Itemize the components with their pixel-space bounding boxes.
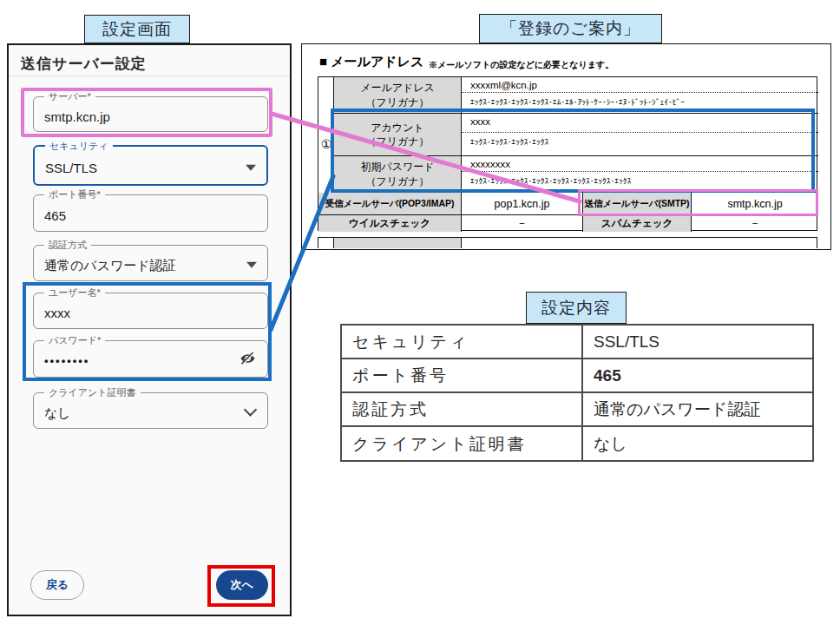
client-cert-label: クライアント証明書 <box>44 386 141 399</box>
guide-row-value: xxxxml@kcn.jp ｴｯｸｽ･ｴｯｸｽ･ｴｯｸｽ･ｴｯｸｽ･ｴﾑ･ｴﾙ･… <box>462 77 818 114</box>
auth-method-select[interactable]: 認証方式 通常のパスワード認証 <box>33 245 268 281</box>
security-select-label: セキュリティ <box>45 140 113 153</box>
guide-table-truncated <box>318 237 817 248</box>
guide-row-label: 初期パスワード （フリガナ） <box>334 156 462 193</box>
summary-row: 認証方式 通常のパスワード認証 <box>342 393 812 427</box>
username-field[interactable]: ユーザー名* xxxx <box>33 293 268 329</box>
guide-row-value: xxxx ｴｯｸｽ･ｴｯｸｽ･ｴｯｸｽ･ｴｯｸｽ <box>462 114 818 156</box>
guide-row-label: アカウント （フリガナ） <box>334 114 462 156</box>
guide-row-label: メールアドレス （フリガナ） <box>334 77 462 114</box>
settings-screen-chip: 設定画面 <box>84 15 190 43</box>
password-field-value: •••••••• <box>44 354 89 367</box>
port-field[interactable]: ポート番号* 465 <box>33 194 268 232</box>
auth-method-value: 通常のパスワード認証 <box>44 258 176 274</box>
step-number-cell: ① <box>318 77 334 193</box>
server-field[interactable]: サーバー* smtp.kcn.jp <box>33 96 268 132</box>
registration-guide-box: ■ メールアドレス ※メールソフトの設定などに必要となります。 ① メールアドレ… <box>301 43 831 250</box>
server-field-value: smtp.kcn.jp <box>44 109 110 124</box>
server-field-label: サーバー* <box>44 90 95 103</box>
recv-server-value-cell: pop1.kcn.jp <box>462 193 583 215</box>
port-field-value: 465 <box>44 208 66 223</box>
guide-section-title: ■ メールアドレス <box>319 54 423 70</box>
page: 送信サーバー設定 サーバー* smtp.kcn.jp セキュリティ SSL/TL… <box>0 0 840 625</box>
guide-row-value: xxxxxxxx ｴｯｸｽ･ｴｯｸｽ･ｴｯｸｽ･ｴｯｸｽ･ｴｯｸｽ･ｴｯｸｽ･ｴ… <box>462 156 818 193</box>
summary-row: セキュリティ SSL/TLS <box>342 326 812 359</box>
send-server-value-cell: smtp.kcn.jp <box>692 193 818 215</box>
username-field-label: ユーザー名* <box>44 286 105 299</box>
guide-note: ※メールソフトの設定などに必要となります。 <box>429 59 614 71</box>
virus-check-value-cell: － <box>462 215 583 232</box>
step-number-badge: ① <box>318 137 334 151</box>
summary-table: セキュリティ SSL/TLS ポート番号 465 認証方式 通常のパスワード認証… <box>340 324 814 462</box>
divider <box>9 76 290 76</box>
auth-method-label: 認証方式 <box>44 239 91 252</box>
summary-row: ポート番号 465 <box>342 359 812 393</box>
registration-guide-chip: 「登録のご案内」 <box>479 14 662 43</box>
settings-content-chip: 設定内容 <box>526 292 627 324</box>
back-button[interactable]: 戻る <box>30 570 84 600</box>
password-field-label: パスワード* <box>44 334 105 347</box>
panel-title: 送信サーバー設定 <box>21 54 147 74</box>
port-field-label: ポート番号* <box>44 188 105 201</box>
security-select-value: SSL/TLS <box>45 161 97 175</box>
eye-off-icon[interactable] <box>239 349 257 371</box>
username-field-value: xxxx <box>44 306 70 320</box>
chevron-down-icon <box>244 403 258 417</box>
recv-server-label-cell: 受信メールサーバ(POP3/IMAP) <box>318 193 462 215</box>
virus-check-label-cell: ウイルスチェック <box>318 215 462 232</box>
next-button[interactable]: 次へ <box>216 570 268 600</box>
client-cert-select[interactable]: クライアント証明書 なし <box>33 392 268 429</box>
client-cert-value: なし <box>44 405 71 422</box>
password-field[interactable]: パスワード* •••••••• <box>33 340 268 378</box>
dropdown-arrow-icon <box>246 164 256 170</box>
smtp-settings-panel: 送信サーバー設定 サーバー* smtp.kcn.jp セキュリティ SSL/TL… <box>7 43 292 616</box>
spam-check-value-cell: － <box>692 215 818 232</box>
send-server-label-cell: 送信メールサーバ(SMTP) <box>583 193 692 215</box>
spam-check-label-cell: スパムチェック <box>583 215 692 232</box>
security-select[interactable]: セキュリティ SSL/TLS <box>33 145 268 186</box>
guide-table: ① メールアドレス （フリガナ） xxxxml@kcn.jp ｴｯｸｽ･ｴｯｸｽ… <box>318 76 817 231</box>
summary-row: クライアント証明書 なし <box>342 427 812 461</box>
dropdown-arrow-icon <box>246 262 257 268</box>
